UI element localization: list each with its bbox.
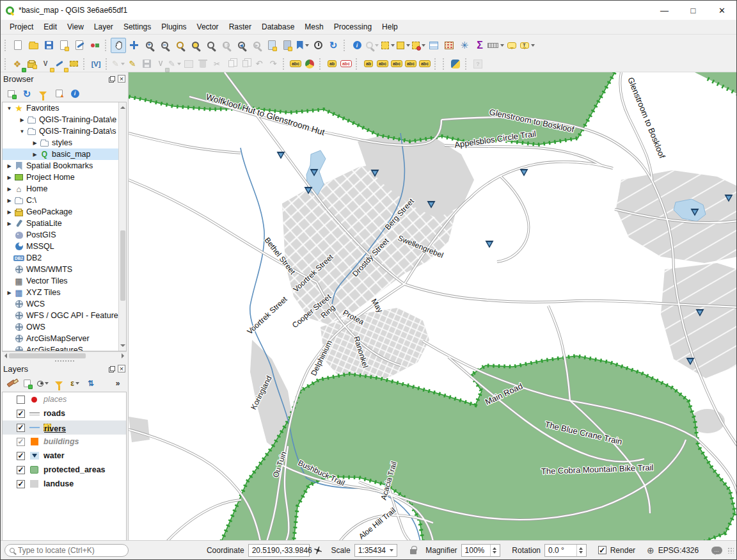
layer-labeling-button[interactable]: abc (289, 58, 303, 70)
browser-item-db2[interactable]: DB2DB2 (3, 252, 126, 264)
text-annotation-button[interactable]: T (519, 38, 535, 53)
copy-features-button[interactable] (224, 58, 238, 70)
change-label-button[interactable]: abc (418, 58, 432, 70)
layer-row-protected-areas[interactable]: ✓protected_areas (3, 463, 126, 477)
processing-toolbox-button[interactable]: ✳ (457, 38, 472, 53)
pin-unpin-labels-button[interactable]: ab (361, 58, 376, 70)
toolbar-handle[interactable] (106, 58, 109, 70)
scrollbar-thumb[interactable] (9, 353, 86, 358)
modify-attributes-button[interactable] (182, 58, 196, 70)
vertex-tool-button[interactable]: ✎ (168, 58, 182, 70)
deselect-features-button[interactable] (411, 38, 426, 53)
current-edits-button[interactable]: ✎ (111, 58, 125, 70)
menu-help[interactable]: Help (377, 21, 403, 33)
open-layer-styling-button[interactable] (5, 378, 17, 389)
data-source-manager-button[interactable]: ❖ (10, 58, 24, 70)
menu-project[interactable]: Project (4, 21, 38, 33)
browser-item-spatialite[interactable]: ▶SpatiaLite (3, 218, 126, 229)
spin-down-icon[interactable] (493, 551, 496, 554)
browser-item-training-data-s[interactable]: ▼QGIS-Training-Data\s (3, 125, 126, 137)
new-virtual-layer-button[interactable]: [V] (89, 58, 103, 70)
browser-item-postgis[interactable]: PostGIS (3, 229, 126, 241)
browser-item-favorites[interactable]: ▼★Favorites (3, 102, 126, 114)
spin-up-icon[interactable] (579, 547, 583, 550)
zoom-to-selection-button[interactable] (187, 38, 203, 53)
menu-edit[interactable]: Edit (38, 21, 62, 33)
browser-item-basic-map[interactable]: ▶Qbasic_map (3, 148, 126, 160)
zoom-full-button[interactable] (172, 38, 187, 53)
layer-checkbox[interactable]: ✓ (17, 466, 25, 474)
toolbar-handle[interactable] (83, 58, 86, 70)
browser-item-arcgis-map-server[interactable]: ArcGisMapServer (3, 333, 126, 344)
maximize-button[interactable]: □ (679, 1, 708, 20)
menu-database[interactable]: Database (257, 21, 299, 33)
messages-icon[interactable]: … (711, 547, 722, 554)
coordinate-value[interactable]: 20.5190,-33.9846 (248, 544, 310, 557)
toolbar-handle[interactable] (344, 40, 347, 51)
browser-item-c-drive[interactable]: ▶C:\ (3, 195, 126, 206)
filter-browser-button[interactable] (37, 88, 49, 99)
browser-item-training-data-e[interactable]: ▶QGIS-Training-Data\e (3, 114, 126, 125)
browser-item-wcs[interactable]: WCS (3, 298, 126, 310)
browser-item-xyz-tiles[interactable]: ▶▦XYZ Tiles (3, 287, 126, 298)
layer-diagram-button[interactable] (303, 58, 317, 70)
toolbar-handle[interactable] (356, 58, 359, 70)
new-map-view-button[interactable] (264, 38, 280, 53)
crs-status[interactable]: EPSG:4326 (658, 546, 699, 555)
browser-item-wfs[interactable]: WFS / OGC API - Feature (3, 310, 126, 321)
field-calculator-button[interactable] (441, 38, 457, 53)
refresh-browser-button[interactable]: ↻ (21, 88, 33, 99)
identify-features-button[interactable]: i (349, 38, 365, 53)
layer-row-landuse[interactable]: ✓landuse (3, 477, 126, 491)
browser-item-ows[interactable]: OWS (3, 321, 126, 333)
save-project-button[interactable] (41, 38, 56, 53)
delete-selected-button[interactable] (196, 58, 210, 70)
locate-input[interactable] (18, 546, 114, 555)
browser-item-spatial-bookmarks[interactable]: ▶Spatial Bookmarks (3, 160, 126, 172)
layout-manager-button[interactable] (72, 38, 87, 53)
menu-view[interactable]: View (62, 21, 89, 33)
close-panel-icon[interactable]: × (118, 365, 125, 372)
scroll-up-icon[interactable] (120, 104, 125, 109)
statistics-button[interactable]: Σ (472, 38, 487, 53)
zoom-to-layer-button[interactable] (203, 38, 218, 53)
scroll-right-icon[interactable] (122, 353, 127, 358)
map-canvas[interactable]: Wolfkloof Hut to Glenstroom Hut Glenstro… (129, 72, 737, 541)
menu-vector[interactable]: Vector (192, 21, 224, 33)
measure-button[interactable] (487, 38, 504, 53)
browser-item-arcgis-feature-server[interactable]: ArcGisFeatureS (3, 344, 126, 351)
filter-legend-expression-button[interactable]: ε (69, 378, 81, 389)
minimize-button[interactable]: — (650, 1, 679, 20)
toolbar-handle[interactable] (465, 58, 468, 70)
float-panel-icon[interactable] (110, 366, 115, 371)
render-checkbox[interactable]: ✓ (598, 546, 606, 554)
new-project-button[interactable] (10, 38, 26, 53)
move-label-button[interactable]: abc (390, 58, 404, 70)
style-manager-button[interactable] (87, 38, 102, 53)
scale-combobox[interactable]: 1:35434 (354, 544, 398, 557)
layer-row-rivers[interactable]: ✓rivers (3, 420, 126, 435)
add-selected-layers-button[interactable] (5, 88, 17, 99)
properties-widget-button[interactable]: i (69, 88, 81, 99)
toolbar-handle[interactable] (105, 40, 108, 51)
layer-checkbox[interactable]: ✓ (17, 438, 25, 446)
layer-checkbox[interactable]: ✓ (17, 452, 25, 460)
select-by-value-button[interactable] (395, 38, 411, 53)
new-spatialite-layer-button[interactable] (52, 58, 67, 70)
toggle-editing-button[interactable]: ✎ (125, 58, 139, 70)
toolbar-handle[interactable] (4, 40, 8, 51)
open-project-button[interactable] (26, 38, 41, 53)
toolbar-overflow-button[interactable]: » (112, 378, 123, 389)
browser-item-vector-tiles[interactable]: ▦Vector Tiles (3, 275, 126, 287)
refresh-map-button[interactable]: ↻ (326, 38, 341, 53)
extents-toggle-icon[interactable] (312, 545, 324, 556)
new-print-layout-button[interactable] (56, 38, 72, 53)
browser-horizontal-scrollbar[interactable] (2, 351, 127, 359)
add-feature-button[interactable]: V (154, 58, 168, 70)
pan-to-selection-button[interactable] (126, 38, 141, 53)
highlight-pinned-labels-button[interactable]: abc (339, 58, 353, 70)
close-button[interactable]: ✕ (708, 1, 736, 20)
zoom-in-button[interactable]: + (141, 38, 157, 53)
menu-raster[interactable]: Raster (224, 21, 257, 33)
manage-map-themes-button[interactable] (37, 378, 49, 389)
